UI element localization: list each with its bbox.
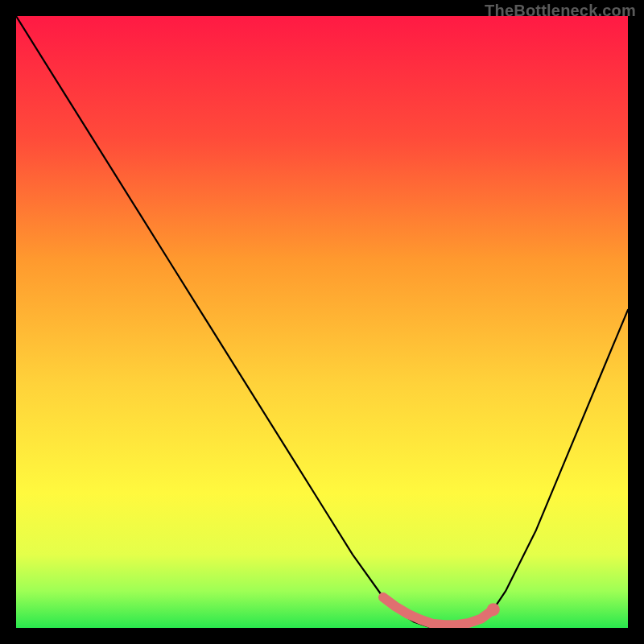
gradient-background xyxy=(16,16,628,628)
chart-svg xyxy=(16,16,628,628)
attribution-text: TheBottleneck.com xyxy=(485,2,636,20)
chart-container: TheBottleneck.com xyxy=(0,0,644,644)
plot-area xyxy=(16,16,628,628)
marker-point xyxy=(487,603,500,616)
